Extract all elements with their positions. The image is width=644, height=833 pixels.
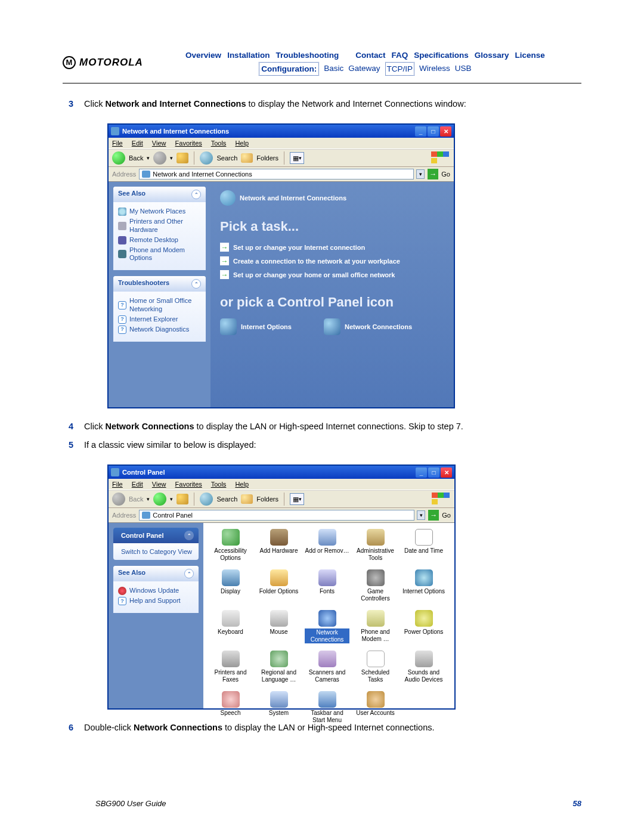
- cp-network-connections[interactable]: Network Connections: [324, 318, 412, 335]
- sidebar-switch-view[interactable]: Switch to Category View: [118, 548, 194, 555]
- back-icon[interactable]: [112, 151, 125, 165]
- sidebar-remote-desktop[interactable]: Remote Desktop: [118, 236, 201, 244]
- go-label[interactable]: Go: [442, 512, 451, 519]
- sidebar-printers[interactable]: Printers and Other Hardware: [118, 218, 201, 234]
- menu-tools[interactable]: Tools: [211, 481, 227, 488]
- go-label[interactable]: Go: [441, 171, 450, 178]
- applet-phone-and-modem[interactable]: Phone and Modem …: [353, 610, 398, 647]
- applet-label: Scheduled Tasks: [353, 669, 398, 683]
- views-button[interactable]: ▦▾: [290, 152, 304, 164]
- cp-internet-options[interactable]: Internet Options: [220, 318, 292, 335]
- ts-network-diag[interactable]: ?Network Diagnostics: [118, 326, 201, 334]
- subnav-wireless[interactable]: Wireless: [419, 62, 450, 76]
- collapse-icon[interactable]: ⌃: [184, 531, 194, 540]
- applet-display[interactable]: Display: [208, 569, 253, 606]
- go-button[interactable]: →: [428, 510, 439, 521]
- nav-faq[interactable]: FAQ: [391, 49, 408, 62]
- collapse-icon[interactable]: ⌃: [191, 279, 201, 289]
- back-dropdown[interactable]: ▾: [147, 155, 150, 161]
- forward-icon[interactable]: [153, 493, 166, 506]
- ts-internet-explorer[interactable]: ?Internet Explorer: [118, 315, 201, 324]
- applet-fonts[interactable]: Fonts: [305, 569, 349, 606]
- address-dropdown[interactable]: ▾: [416, 169, 425, 179]
- applet-regional-and-language[interactable]: Regional and Language …: [256, 651, 301, 688]
- folders-button[interactable]: Folders: [256, 496, 278, 503]
- nav-overview[interactable]: Overview: [185, 49, 221, 62]
- nav-troubleshooting[interactable]: Troubleshooting: [275, 49, 339, 62]
- minimize-button[interactable]: _: [416, 467, 427, 478]
- nav-contact[interactable]: Contact: [355, 49, 385, 62]
- folders-icon[interactable]: [241, 494, 253, 504]
- menu-tools[interactable]: Tools: [211, 140, 227, 147]
- menu-favorites[interactable]: Favorites: [175, 481, 202, 488]
- applet-administrative-tools[interactable]: Administrative Tools: [353, 529, 398, 566]
- task-setup-home-office[interactable]: →Set up or change your home or small off…: [220, 270, 444, 279]
- subnav-basic[interactable]: Basic: [324, 62, 343, 76]
- folders-button[interactable]: Folders: [256, 154, 278, 162]
- sidebar-phone-modem[interactable]: Phone and Modem Options: [118, 246, 201, 263]
- minimize-button[interactable]: _: [415, 126, 426, 137]
- window-menubar[interactable]: File Edit View Favorites Tools Help: [109, 479, 454, 490]
- back-button[interactable]: Back: [129, 154, 143, 162]
- menu-file[interactable]: File: [112, 140, 123, 147]
- address-field[interactable]: Control Panel: [139, 510, 414, 521]
- applet-keyboard[interactable]: Keyboard: [208, 610, 253, 647]
- nav-glossary[interactable]: Glossary: [475, 49, 509, 62]
- nav-license[interactable]: License: [515, 49, 544, 62]
- menu-edit[interactable]: Edit: [132, 140, 143, 147]
- search-icon[interactable]: [200, 493, 213, 506]
- subnav-gateway[interactable]: Gateway: [348, 62, 380, 76]
- close-button[interactable]: ✕: [440, 126, 451, 137]
- menu-view[interactable]: View: [152, 140, 166, 147]
- applet-label: Add Hardware: [260, 547, 298, 555]
- menu-edit[interactable]: Edit: [132, 481, 143, 488]
- folders-icon[interactable]: [241, 153, 253, 163]
- applet-scanners-and-cameras[interactable]: Scanners and Cameras: [305, 651, 349, 688]
- applet-add-or-remov[interactable]: Add or Remov…: [305, 529, 349, 566]
- task-create-connection[interactable]: →Create a connection to the network at y…: [220, 256, 444, 265]
- applet-network-connections[interactable]: Network Connections: [305, 610, 349, 647]
- applet-mouse[interactable]: Mouse: [256, 610, 301, 647]
- nav-installation[interactable]: Installation: [227, 49, 270, 62]
- sidebar-help[interactable]: ?Help and Support: [118, 597, 194, 605]
- search-button[interactable]: Search: [216, 154, 237, 162]
- collapse-icon[interactable]: ⌃: [184, 569, 194, 578]
- sidebar-my-network-places[interactable]: My Network Places: [118, 208, 201, 216]
- applet-add-hardware[interactable]: Add Hardware: [256, 529, 301, 566]
- search-icon[interactable]: [200, 151, 213, 165]
- subnav-tcpip[interactable]: TCP/IP: [385, 62, 415, 76]
- ts-home-office[interactable]: ?Home or Small Office Networking: [118, 297, 201, 314]
- forward-dropdown[interactable]: ▾: [170, 155, 173, 161]
- address-field[interactable]: Network and Internet Connections: [139, 169, 414, 179]
- applet-date-and-time[interactable]: Date and Time: [401, 529, 446, 566]
- task-setup-internet[interactable]: →Set up or change your Internet connecti…: [220, 243, 444, 252]
- go-button[interactable]: →: [428, 169, 438, 179]
- search-button[interactable]: Search: [216, 496, 237, 503]
- applet-folder-options[interactable]: Folder Options: [256, 569, 301, 606]
- maximize-button[interactable]: □: [428, 467, 439, 478]
- menu-view[interactable]: View: [152, 481, 166, 488]
- nav-specifications[interactable]: Specifications: [414, 49, 469, 62]
- menu-help[interactable]: Help: [235, 481, 249, 488]
- views-button[interactable]: ▦▾: [290, 493, 304, 505]
- applet-printers-and-faxes[interactable]: Printers and Faxes: [208, 651, 253, 688]
- collapse-icon[interactable]: ⌃: [191, 190, 201, 199]
- sidebar-windows-update[interactable]: Windows Update: [118, 587, 194, 595]
- menu-favorites[interactable]: Favorites: [175, 140, 202, 147]
- menu-file[interactable]: File: [112, 481, 123, 488]
- menu-help[interactable]: Help: [235, 140, 249, 147]
- applet-scheduled-tasks[interactable]: Scheduled Tasks: [353, 651, 398, 688]
- applet-internet-options[interactable]: Internet Options: [401, 569, 446, 606]
- applet-power-options[interactable]: Power Options: [401, 610, 446, 647]
- forward-icon[interactable]: [153, 151, 166, 165]
- maximize-button[interactable]: □: [428, 126, 439, 137]
- applet-game-controllers[interactable]: Game Controllers: [353, 569, 398, 606]
- address-dropdown[interactable]: ▾: [417, 510, 425, 520]
- subnav-usb[interactable]: USB: [455, 62, 472, 76]
- window-menubar[interactable]: File Edit View Favorites Tools Help: [109, 138, 454, 149]
- applet-accessibility-options[interactable]: Accessibility Options: [208, 529, 253, 566]
- up-icon[interactable]: [177, 153, 188, 163]
- up-icon[interactable]: [177, 494, 188, 504]
- applet-sounds-and-audio-devices[interactable]: Sounds and Audio Devices: [401, 651, 446, 688]
- close-button[interactable]: ✕: [441, 467, 452, 478]
